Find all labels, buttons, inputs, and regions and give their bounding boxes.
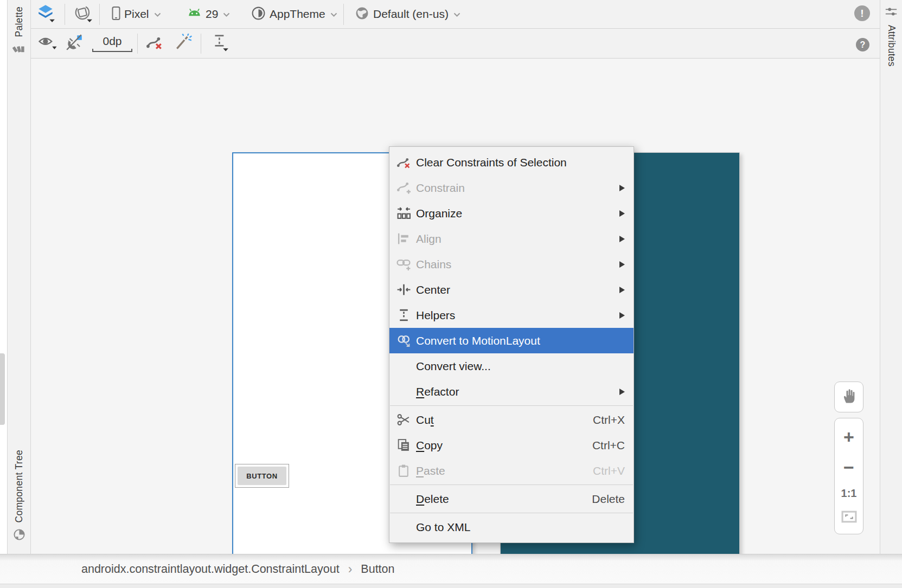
- theme-selector[interactable]: AppTheme: [251, 0, 337, 28]
- layers-icon: [36, 4, 56, 24]
- zoom-panel: + − 1:1: [834, 418, 863, 534]
- align-icon: [396, 231, 411, 247]
- submenu-arrow-icon: [619, 312, 625, 319]
- menu-item-label: Convert view...: [416, 360, 573, 373]
- design-toolbar-main: Pixel 29 AppTheme: [31, 0, 880, 29]
- device-selector-label: Pixel: [124, 8, 149, 21]
- zoom-actual-size-button[interactable]: 1:1: [841, 488, 857, 499]
- menu-separator: [390, 513, 633, 513]
- api-level-selector[interactable]: 29: [187, 0, 230, 28]
- locale-selector[interactable]: Default (en-us): [355, 0, 460, 28]
- help-icon: ?: [860, 40, 866, 50]
- margin-underline: [92, 49, 132, 52]
- chains-icon: [396, 257, 411, 272]
- tab-palette[interactable]: Palette: [8, 7, 30, 55]
- left-scrollbar-thumb[interactable]: [0, 353, 5, 425]
- organize-icon: [396, 206, 411, 221]
- palette-tab-label: Palette: [14, 7, 25, 37]
- menu-submenu-indicator: [573, 236, 625, 242]
- breadcrumb-root[interactable]: androidx.constraintlayout.widget.Constra…: [81, 563, 340, 576]
- chevron-down-icon: [330, 9, 337, 19]
- menu-item-convert-to-motionlayout[interactable]: Convert to MotionLayout: [389, 328, 634, 353]
- menu-item-helpers[interactable]: Helpers: [389, 302, 634, 328]
- default-margin-control[interactable]: 0dp: [91, 29, 134, 58]
- menu-icon-empty: [396, 492, 411, 507]
- menu-item-label: Center: [416, 283, 573, 296]
- phone-icon: [112, 6, 120, 23]
- menu-item-cut[interactable]: CutCtrl+X: [389, 407, 634, 432]
- menu-item-clear-constraints-of-selection[interactable]: Clear Constraints of Selection: [389, 150, 634, 175]
- menu-item-label: Copy: [416, 439, 573, 452]
- motionlayout-icon: [396, 333, 411, 348]
- constrain-icon: [396, 180, 411, 196]
- breadcrumb-selected[interactable]: Button: [361, 563, 394, 576]
- submenu-arrow-icon: [619, 261, 625, 268]
- submenu-arrow-icon: [619, 236, 625, 242]
- magnet-off-icon: [65, 33, 84, 54]
- infer-constraints-button[interactable]: [174, 29, 193, 58]
- menu-item-organize[interactable]: Organize: [389, 201, 634, 226]
- chevron-down-icon: [223, 9, 230, 19]
- breadcrumb-separator-icon: ›: [348, 562, 353, 577]
- theme-contrast-icon: [251, 6, 266, 23]
- menu-item-label: Helpers: [416, 309, 573, 322]
- zoom-in-button[interactable]: +: [843, 428, 854, 446]
- menu-submenu-indicator: [573, 312, 625, 319]
- toolbar-separator: [343, 4, 344, 25]
- menu-item-refactor[interactable]: Refactor: [389, 379, 634, 404]
- surface-mode-selector[interactable]: [36, 0, 56, 28]
- menu-item-label: Cut: [416, 413, 573, 427]
- chevron-down-icon: [154, 9, 161, 19]
- editor-left-gutter: [0, 0, 7, 554]
- submenu-arrow-icon: [619, 389, 625, 395]
- zoom-out-button[interactable]: −: [843, 458, 854, 476]
- pan-tool-button[interactable]: [834, 382, 863, 412]
- submenu-arrow-icon: [619, 210, 625, 217]
- clear-constraints-icon: [396, 155, 411, 170]
- help-button[interactable]: ?: [856, 38, 869, 51]
- center-icon: [396, 282, 411, 298]
- toolbar-separator: [201, 34, 201, 54]
- right-sidebar: Attributes: [880, 0, 902, 554]
- chevron-down-icon: [453, 9, 460, 19]
- menu-item-center[interactable]: Center: [389, 277, 634, 302]
- android-icon: [187, 7, 202, 22]
- button-widget[interactable]: BUTTON: [235, 464, 289, 488]
- menu-item-convert-view[interactable]: Convert view...: [389, 353, 634, 379]
- orientation-selector[interactable]: [74, 0, 93, 28]
- zoom-to-fit-button[interactable]: [841, 511, 857, 525]
- left-sidebar: Palette Component Tree: [7, 0, 31, 554]
- copy-icon: [396, 438, 411, 453]
- menu-item-delete[interactable]: DeleteDelete: [389, 486, 634, 512]
- menu-icon-empty: [396, 520, 411, 535]
- clear-all-constraints-button[interactable]: [145, 29, 164, 58]
- toolbar-separator: [137, 34, 138, 54]
- menu-item-go-to-xml[interactable]: Go to XML: [389, 514, 634, 540]
- menu-submenu-indicator: [573, 287, 625, 293]
- device-selector[interactable]: Pixel: [112, 0, 161, 28]
- menu-submenu-indicator: [573, 185, 625, 191]
- view-options-button[interactable]: [37, 29, 58, 58]
- guidelines-button[interactable]: [212, 29, 229, 58]
- error-icon: !: [860, 8, 863, 20]
- menu-item-constrain: Constrain: [389, 175, 634, 201]
- menu-item-label: Constrain: [416, 182, 573, 195]
- menu-icon-empty: [396, 359, 411, 374]
- api-level-label: 29: [206, 8, 218, 21]
- guideline-icon: [212, 33, 229, 54]
- attributes-icon: [885, 5, 898, 21]
- eye-icon: [37, 34, 58, 53]
- menu-shortcut: Ctrl+X: [573, 413, 625, 427]
- menu-shortcut: Ctrl+V: [573, 464, 625, 477]
- menu-item-label: Paste: [416, 464, 573, 477]
- attributes-tab-label[interactable]: Attributes: [886, 25, 897, 67]
- paste-icon: [396, 463, 411, 479]
- tab-component-tree[interactable]: Component Tree: [8, 450, 30, 543]
- component-tree-tab-label: Component Tree: [14, 450, 25, 523]
- toolbar-separator: [65, 4, 65, 25]
- menu-item-copy[interactable]: CopyCtrl+C: [389, 432, 634, 458]
- issues-panel-button[interactable]: !: [854, 5, 870, 21]
- locale-selector-label: Default (en-us): [373, 8, 449, 21]
- magic-wand-icon: [174, 33, 193, 54]
- autoconnect-toggle[interactable]: [65, 29, 84, 58]
